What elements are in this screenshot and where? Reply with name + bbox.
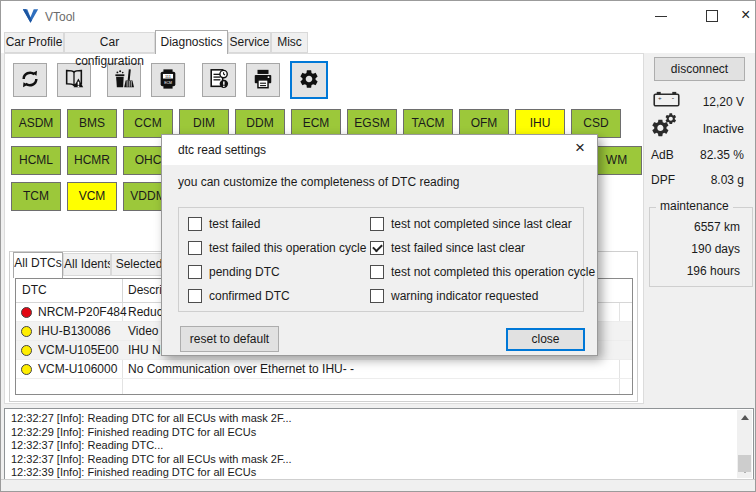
disconnect-button[interactable]: disconnect — [654, 57, 745, 81]
log-line: 12:32:37 [Info]: Reading DTC... — [5, 439, 737, 453]
scrollbar-thumb[interactable] — [738, 455, 751, 472]
maintenance-hours: 196 hours — [687, 264, 740, 278]
maximize-icon[interactable] — [706, 10, 718, 22]
tab-car-profile[interactable]: Car Profile — [4, 32, 64, 53]
tab-all-idents[interactable]: All Idents — [63, 253, 111, 276]
status-dot — [21, 345, 32, 356]
dialog-description: you can customize the completeness of DT… — [178, 175, 459, 189]
svg-text:111: 111 — [165, 73, 172, 78]
ecu-button-wm[interactable]: WM — [591, 146, 642, 175]
app-window: VTool × Car Profile Car configuration Di… — [0, 0, 756, 492]
scroll-up-icon[interactable] — [741, 415, 749, 420]
dtc-report-button[interactable] — [202, 63, 236, 97]
status-dot — [21, 307, 32, 318]
battery-voltage-value: 12,20 V — [703, 95, 744, 109]
close-icon[interactable]: × — [741, 6, 750, 24]
tab-selected[interactable]: Selected — [111, 253, 167, 276]
ecu-button-vcm[interactable]: VCM — [67, 182, 117, 211]
gear-icon — [298, 68, 320, 93]
tab-all-dtcs[interactable]: All DTCs — [13, 252, 63, 278]
adb-label: AdB — [651, 148, 674, 162]
log-line: 12:32:29 [Info]: Finished reading DTC fo… — [5, 426, 737, 440]
settings-button[interactable] — [290, 61, 328, 99]
ecu-button-hcml[interactable]: HCML — [11, 146, 61, 175]
maintenance-km: 6557 km — [694, 220, 740, 234]
checkbox-failed-since-clear[interactable] — [370, 241, 384, 255]
print-button[interactable] — [246, 63, 280, 97]
log-panel: 12:32:27 [Info]: Reading DTC for all ECU… — [4, 408, 754, 480]
table-row[interactable]: VCM-U106000 No Communication over Ethern… — [16, 360, 632, 379]
battery-icon: + - — [653, 91, 680, 110]
log-line: 12:32:39 [Info]: Finished reading DTC fo… — [5, 466, 737, 480]
ecu-module-icon: 111 ECM — [157, 68, 179, 93]
refresh-icon — [19, 68, 41, 93]
log-line: 12:32:27 [Info]: Reading DTC for all ECU… — [5, 412, 737, 426]
ecu-module-button[interactable]: 111 ECM — [151, 63, 185, 97]
ecu-button-hcmr[interactable]: HCMR — [67, 146, 117, 175]
maintenance-title: maintenance — [656, 199, 733, 213]
reset-to-default-button[interactable]: reset to default — [180, 326, 279, 352]
tab-misc[interactable]: Misc — [271, 32, 308, 53]
tab-diagnostics[interactable]: Diagnostics — [155, 30, 228, 54]
checkbox-pending-dtc[interactable] — [188, 265, 202, 279]
report-clock-icon — [208, 68, 230, 93]
clean-broom-icon — [113, 68, 135, 93]
dpf-label: DPF — [651, 173, 675, 187]
maintenance-group: maintenance 6557 km 190 days 196 hours — [649, 207, 753, 287]
window-title: VTool — [45, 10, 75, 24]
maintenance-days: 190 days — [691, 242, 740, 256]
dialog-title: dtc read settings — [178, 135, 266, 165]
ecu-button-asdm[interactable]: ASDM — [11, 109, 61, 138]
regeneration-status-value: Inactive — [703, 122, 744, 136]
svg-text:ECM: ECM — [164, 80, 172, 84]
adb-value: 82.35 % — [700, 148, 744, 162]
checkbox-not-completed-since-clear[interactable] — [370, 217, 384, 231]
checkbox-warning-indicator[interactable] — [370, 289, 384, 303]
checkbox-confirmed-dtc[interactable] — [188, 289, 202, 303]
dtc-read-settings-dialog: dtc read settings × you can customize th… — [161, 134, 598, 356]
status-strip — [1, 479, 755, 491]
log-line: 12:32:37 [Info]: Reading DTC for all ECU… — [5, 453, 737, 467]
ecu-button-tcm[interactable]: TCM — [11, 182, 61, 211]
book-warning-icon — [63, 68, 85, 93]
app-logo-icon — [22, 8, 39, 27]
dpf-value: 8.03 g — [711, 173, 744, 187]
status-dot — [21, 364, 32, 375]
minimize-icon[interactable] — [655, 16, 667, 17]
gears-status-icon — [650, 112, 680, 143]
ecu-button-bms[interactable]: BMS — [67, 109, 117, 138]
tab-service[interactable]: Service — [228, 32, 271, 53]
dialog-close-icon[interactable]: × — [575, 138, 585, 158]
refresh-button[interactable] — [13, 63, 47, 97]
column-header-dtc[interactable]: DTC — [22, 279, 47, 302]
log-lines: 12:32:27 [Info]: Reading DTC for all ECU… — [5, 412, 737, 480]
status-dot — [21, 326, 32, 337]
log-scrollbar[interactable] — [737, 410, 752, 478]
checkbox-test-failed[interactable] — [188, 217, 202, 231]
svg-text:-: - — [672, 94, 675, 102]
printer-icon — [252, 68, 274, 93]
dialog-title-bar: dtc read settings × — [162, 135, 597, 165]
checkbox-not-completed-this-cycle[interactable] — [370, 265, 384, 279]
tab-car-configuration[interactable]: Car configuration — [64, 32, 155, 53]
dialog-close-button[interactable]: close — [506, 328, 585, 351]
checkbox-test-failed-this-cycle[interactable] — [188, 241, 202, 255]
svg-text:+: + — [658, 94, 662, 101]
